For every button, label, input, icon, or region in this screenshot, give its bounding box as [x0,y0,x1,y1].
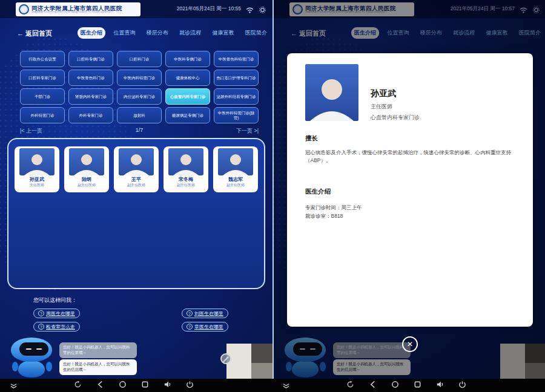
doctor-card[interactable]: 宋冬梅 副主任医师 [164,146,208,192]
dept-button[interactable]: 中医科专病门诊 [165,51,210,67]
doctor-card[interactable]: 魏志军 副主任医师 [213,146,258,192]
modal-close-button[interactable]: ✕ [402,336,418,352]
doctor-photo [119,148,154,175]
tab-doctor-intro[interactable]: 医生介绍 [78,27,105,39]
back-icon[interactable] [369,381,377,388]
settings-gear-icon[interactable] [259,5,266,13]
dept-button[interactable]: 肾脏内科专家门诊 [68,88,113,105]
tab-location-search[interactable]: 位置查询 [110,27,138,39]
android-system-bar [0,379,545,392]
back-home-button[interactable]: ← 返回首页 [17,29,52,38]
next-page-button[interactable]: 下一页 >| [236,127,259,135]
kiosk-dual-screenshot: 同济大学附属上海市第四人民医院 SHANGHAI FOURTH PEOPLE'S… [0,0,545,392]
recents-icon[interactable] [141,381,149,388]
robot-arm [46,362,52,371]
question-icon: ? [187,324,193,330]
nav-icons-right-panel [346,381,466,388]
doctor-photo [69,148,104,175]
power-icon[interactable] [458,381,466,388]
department-grid: 行政办公会议室 口腔科专病门诊 口腔科门诊 中医科专病门诊 中医骨伤科特需门诊 … [20,51,259,123]
camera-floor [251,363,272,379]
rotate-icon[interactable] [346,381,354,388]
dept-button[interactable]: 行政办公会议室 [20,51,65,67]
tab-visit-process[interactable]: 就诊流程 [176,27,204,39]
dept-button[interactable]: 外科特需门诊 [20,107,65,123]
dept-button[interactable]: 伤口造口护理专科门诊 [214,70,259,86]
dept-button[interactable]: 口腔科门诊 [117,51,162,67]
doctor-card[interactable]: 王平 副主任医师 [114,146,159,192]
robot-arm [12,362,18,371]
doctor-detail-title: 主任医师 [371,103,392,111]
robot-head [11,338,52,362]
prev-page-button[interactable]: |< 上一页 [20,127,42,135]
pagination: |< 上一页 1/7 下一页 >| [20,127,259,135]
dept-button-selected[interactable]: 心血管内科专家门诊 [165,88,210,105]
specialty-section-title: 擅长 [305,134,318,143]
intro-section-title: 医生介绍 [305,188,331,196]
doctor-detail-name: 孙亚武 [371,88,396,99]
doctor-detail-department: 心血管内科专家门诊 [371,114,420,122]
robot-eye [36,348,42,350]
mute-icon[interactable] [220,353,231,364]
dept-button[interactable]: 糖尿病足专病门诊 [165,107,210,123]
doctor-card[interactable]: 孙亚武 主任医师 [15,146,59,192]
robot-speech-bubble-current: 您好！我是小四机器人，您可以问我医生的信息哦～ [59,359,137,375]
camera-preview-thumbnail[interactable] [226,344,272,379]
hospital-emblem-icon [19,4,29,15]
dept-button[interactable]: 口腔科专病门诊 [68,51,113,67]
wifi-icon [246,5,254,13]
hospital-subtitle: SHANGHAI FOURTH PEOPLE'S HOSPITAL AFFILI… [31,11,113,13]
suggestion-chip[interactable]: ? 章医生在哪里 [182,322,228,332]
question-icon: ? [187,310,193,316]
suggestion-chip[interactable]: ? 检查室怎么走 [33,322,80,332]
dept-button[interactable]: 泌尿外科结石专病门诊 [214,88,259,105]
dept-button[interactable]: 中医骨伤科门诊 [68,70,113,86]
tab-health-education[interactable]: 健康宣教 [210,27,237,39]
home-icon[interactable] [119,381,127,388]
suggestion-chip[interactable]: ? 刘医生在哪里 [182,309,228,318]
dept-button[interactable]: 内分泌科专家门诊 [117,88,162,105]
suggestion-chip[interactable]: ? 周医生在哪里 [33,309,80,318]
dept-button[interactable]: 口腔科专家门诊 [20,70,65,86]
volume-icon[interactable] [164,381,171,388]
doctor-card[interactable]: 陆纲 副主任医师 [64,146,109,192]
dept-button[interactable]: 放射科 [117,107,162,123]
rotate-icon[interactable] [74,381,82,388]
doctor-detail-modal: 孙亚武 主任医师 心血管内科专家门诊 擅长 冠心病造影及介入手术，缓慢心律失常的… [287,53,533,327]
dept-button[interactable]: 中医内科特需门诊 [117,70,162,86]
back-icon[interactable] [96,381,104,388]
tab-hospital-intro[interactable]: 医院简介 [242,27,270,39]
left-panel: 同济大学附属上海市第四人民医院 SHANGHAI FOURTH PEOPLE'S… [0,0,272,379]
doctor-photo [19,148,54,175]
doctor-photo [218,148,253,175]
dept-button[interactable]: 健康体检中心 [165,70,210,86]
datetime: 2021年05月24日 周一 10:55 [177,5,241,13]
robot-avatar[interactable] [8,338,56,379]
robot-eye [26,348,31,350]
specialty-section-body: 冠心病造影及介入手术，缓慢心律失常的起搏治疗，快速心律失常的诊断、心内科重症支持… [305,149,516,165]
collapse-bar-icon[interactable] [282,382,290,390]
nav-tabs: 医生介绍 位置查询 楼层分布 就诊流程 健康宣教 医院简介 [78,27,270,39]
clinic-time: 专家门诊时间：周三上午 [305,204,362,212]
volume-icon[interactable] [436,381,444,388]
recents-icon[interactable] [414,381,421,388]
nav-icons-left-panel [74,381,194,388]
header-bar: 同济大学附属上海市第四人民医院 SHANGHAI FOURTH PEOPLE'S… [0,0,272,18]
robot-body [18,361,45,377]
dept-button[interactable]: 中医骨伤科特需门诊 [214,51,259,67]
robot-speech-bubble-previous: 您好！我是小四机器人，您可以问我科室的位置哦～ [59,342,137,358]
dept-button[interactable]: 中医外科特需门诊(脉管) [214,107,259,123]
collapse-bar-icon[interactable] [10,382,18,390]
power-icon[interactable] [186,381,194,388]
doctor-list-container: 孙亚武 主任医师 陆纲 副主任医师 王平 副主任医师 宋冬梅 副主任医师 [7,138,265,289]
right-panel: 同济大学附属上海市第四人民医院 SHANGHAI FOURTH PEOPLE'S… [272,0,545,379]
home-icon[interactable] [391,381,399,388]
page-indicator: 1/7 [136,127,144,135]
dept-button[interactable]: 干部门诊 [20,88,65,105]
robot-face [19,342,48,356]
doctor-detail-photo [305,64,358,121]
clinic-room: 就诊诊室：B818 [305,213,343,220]
camera-ceiling [251,344,272,364]
tab-floor-map[interactable]: 楼层分布 [144,27,171,39]
dept-button[interactable]: 外科专家门诊 [68,107,113,123]
